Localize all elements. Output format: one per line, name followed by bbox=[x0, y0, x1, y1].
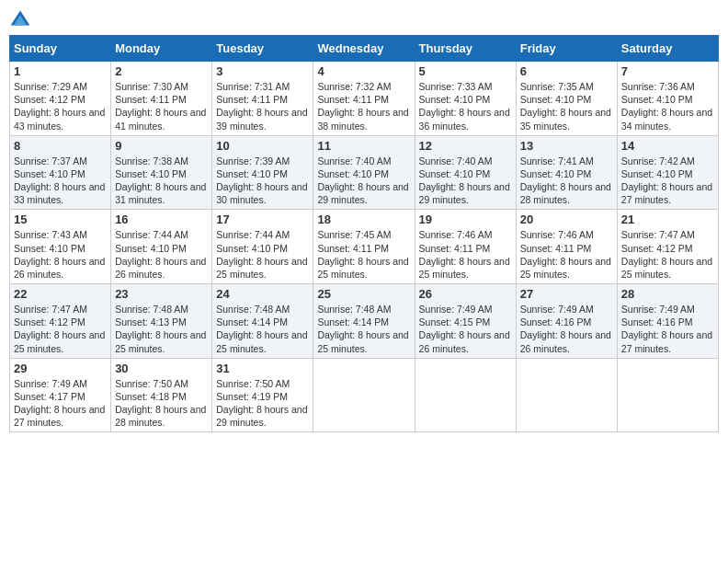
day-number: 19 bbox=[419, 213, 512, 226]
day-info: Sunrise: 7:35 AM Sunset: 4:10 PM Dayligh… bbox=[520, 80, 613, 132]
day-number: 8 bbox=[14, 139, 107, 153]
day-cell bbox=[617, 358, 718, 432]
day-info: Sunrise: 7:50 AM Sunset: 4:19 PM Dayligh… bbox=[216, 377, 309, 430]
day-cell: 18 Sunrise: 7:45 AM Sunset: 4:11 PM Dayl… bbox=[313, 210, 415, 284]
day-info: Sunrise: 7:33 AM Sunset: 4:10 PM Dayligh… bbox=[419, 80, 512, 132]
calendar-table: SundayMondayTuesdayWednesdayThursdayFrid… bbox=[9, 35, 719, 432]
day-info: Sunrise: 7:39 AM Sunset: 4:10 PM Dayligh… bbox=[216, 155, 309, 207]
day-cell bbox=[313, 358, 415, 432]
week-row-4: 22 Sunrise: 7:47 AM Sunset: 4:12 PM Dayl… bbox=[10, 284, 719, 359]
day-info: Sunrise: 7:50 AM Sunset: 4:18 PM Dayligh… bbox=[115, 377, 208, 430]
day-number: 21 bbox=[621, 213, 714, 226]
header-row: SundayMondayTuesdayWednesdayThursdayFrid… bbox=[10, 36, 719, 62]
day-number: 13 bbox=[520, 139, 613, 153]
day-info: Sunrise: 7:49 AM Sunset: 4:16 PM Dayligh… bbox=[520, 303, 613, 355]
day-number: 15 bbox=[14, 213, 107, 226]
day-info: Sunrise: 7:32 AM Sunset: 4:11 PM Dayligh… bbox=[317, 80, 410, 132]
day-cell: 7 Sunrise: 7:36 AM Sunset: 4:10 PM Dayli… bbox=[617, 62, 718, 136]
day-info: Sunrise: 7:40 AM Sunset: 4:10 PM Dayligh… bbox=[419, 155, 512, 207]
day-number: 24 bbox=[216, 287, 309, 301]
day-cell: 26 Sunrise: 7:49 AM Sunset: 4:15 PM Dayl… bbox=[415, 284, 516, 359]
header-day-thursday: Thursday bbox=[415, 36, 516, 62]
day-cell: 10 Sunrise: 7:39 AM Sunset: 4:10 PM Dayl… bbox=[212, 135, 313, 210]
day-cell: 11 Sunrise: 7:40 AM Sunset: 4:10 PM Dayl… bbox=[313, 135, 415, 210]
week-row-5: 29 Sunrise: 7:49 AM Sunset: 4:17 PM Dayl… bbox=[10, 358, 719, 432]
day-info: Sunrise: 7:49 AM Sunset: 4:17 PM Dayligh… bbox=[14, 377, 107, 430]
day-info: Sunrise: 7:48 AM Sunset: 4:14 PM Dayligh… bbox=[317, 303, 410, 355]
header-day-wednesday: Wednesday bbox=[313, 36, 415, 62]
day-cell: 30 Sunrise: 7:50 AM Sunset: 4:18 PM Dayl… bbox=[111, 358, 212, 432]
day-cell: 17 Sunrise: 7:44 AM Sunset: 4:10 PM Dayl… bbox=[212, 210, 313, 284]
day-number: 3 bbox=[216, 64, 309, 78]
day-cell bbox=[516, 358, 617, 432]
day-number: 25 bbox=[317, 287, 410, 301]
day-number: 28 bbox=[621, 287, 714, 301]
day-number: 26 bbox=[419, 287, 512, 301]
day-cell: 20 Sunrise: 7:46 AM Sunset: 4:11 PM Dayl… bbox=[516, 210, 617, 284]
day-number: 9 bbox=[115, 139, 208, 153]
day-number: 31 bbox=[216, 362, 309, 375]
week-row-1: 1 Sunrise: 7:29 AM Sunset: 4:12 PM Dayli… bbox=[10, 62, 719, 136]
day-number: 6 bbox=[520, 64, 613, 78]
day-cell bbox=[415, 358, 516, 432]
day-info: Sunrise: 7:36 AM Sunset: 4:10 PM Dayligh… bbox=[621, 80, 714, 132]
day-cell: 1 Sunrise: 7:29 AM Sunset: 4:12 PM Dayli… bbox=[10, 62, 111, 136]
day-number: 12 bbox=[419, 139, 512, 153]
day-info: Sunrise: 7:30 AM Sunset: 4:11 PM Dayligh… bbox=[115, 80, 208, 132]
header-day-sunday: Sunday bbox=[10, 36, 111, 62]
day-cell: 28 Sunrise: 7:49 AM Sunset: 4:16 PM Dayl… bbox=[617, 284, 718, 359]
day-info: Sunrise: 7:31 AM Sunset: 4:11 PM Dayligh… bbox=[216, 80, 309, 132]
day-cell: 25 Sunrise: 7:48 AM Sunset: 4:14 PM Dayl… bbox=[313, 284, 415, 359]
day-number: 11 bbox=[317, 139, 410, 153]
day-number: 5 bbox=[419, 64, 512, 78]
day-number: 16 bbox=[115, 213, 208, 226]
day-info: Sunrise: 7:44 AM Sunset: 4:10 PM Dayligh… bbox=[115, 228, 208, 281]
day-info: Sunrise: 7:45 AM Sunset: 4:11 PM Dayligh… bbox=[317, 228, 410, 281]
header-day-saturday: Saturday bbox=[617, 36, 718, 62]
week-row-3: 15 Sunrise: 7:43 AM Sunset: 4:10 PM Dayl… bbox=[10, 210, 719, 284]
day-cell: 23 Sunrise: 7:48 AM Sunset: 4:13 PM Dayl… bbox=[111, 284, 212, 359]
page-header bbox=[9, 9, 719, 31]
day-number: 29 bbox=[14, 362, 107, 375]
day-cell: 24 Sunrise: 7:48 AM Sunset: 4:14 PM Dayl… bbox=[212, 284, 313, 359]
header-day-monday: Monday bbox=[111, 36, 212, 62]
day-cell: 29 Sunrise: 7:49 AM Sunset: 4:17 PM Dayl… bbox=[10, 358, 111, 432]
day-cell: 12 Sunrise: 7:40 AM Sunset: 4:10 PM Dayl… bbox=[415, 135, 516, 210]
day-number: 22 bbox=[14, 287, 107, 301]
day-cell: 27 Sunrise: 7:49 AM Sunset: 4:16 PM Dayl… bbox=[516, 284, 617, 359]
day-number: 20 bbox=[520, 213, 613, 226]
day-info: Sunrise: 7:48 AM Sunset: 4:14 PM Dayligh… bbox=[216, 303, 309, 355]
day-number: 27 bbox=[520, 287, 613, 301]
day-info: Sunrise: 7:43 AM Sunset: 4:10 PM Dayligh… bbox=[14, 228, 107, 281]
day-info: Sunrise: 7:49 AM Sunset: 4:15 PM Dayligh… bbox=[419, 303, 512, 355]
day-cell: 19 Sunrise: 7:46 AM Sunset: 4:11 PM Dayl… bbox=[415, 210, 516, 284]
day-info: Sunrise: 7:42 AM Sunset: 4:10 PM Dayligh… bbox=[621, 155, 714, 207]
logo-icon bbox=[9, 9, 31, 31]
day-number: 18 bbox=[317, 213, 410, 226]
day-cell: 4 Sunrise: 7:32 AM Sunset: 4:11 PM Dayli… bbox=[313, 62, 415, 136]
day-number: 1 bbox=[14, 64, 107, 78]
day-info: Sunrise: 7:48 AM Sunset: 4:13 PM Dayligh… bbox=[115, 303, 208, 355]
day-cell: 13 Sunrise: 7:41 AM Sunset: 4:10 PM Dayl… bbox=[516, 135, 617, 210]
day-number: 23 bbox=[115, 287, 208, 301]
day-cell: 31 Sunrise: 7:50 AM Sunset: 4:19 PM Dayl… bbox=[212, 358, 313, 432]
day-cell: 5 Sunrise: 7:33 AM Sunset: 4:10 PM Dayli… bbox=[415, 62, 516, 136]
day-info: Sunrise: 7:49 AM Sunset: 4:16 PM Dayligh… bbox=[621, 303, 714, 355]
day-info: Sunrise: 7:47 AM Sunset: 4:12 PM Dayligh… bbox=[621, 228, 714, 281]
day-number: 7 bbox=[621, 64, 714, 78]
day-info: Sunrise: 7:37 AM Sunset: 4:10 PM Dayligh… bbox=[14, 155, 107, 207]
day-info: Sunrise: 7:47 AM Sunset: 4:12 PM Dayligh… bbox=[14, 303, 107, 355]
header-day-friday: Friday bbox=[516, 36, 617, 62]
day-info: Sunrise: 7:40 AM Sunset: 4:10 PM Dayligh… bbox=[317, 155, 410, 207]
logo bbox=[9, 9, 33, 31]
day-info: Sunrise: 7:38 AM Sunset: 4:10 PM Dayligh… bbox=[115, 155, 208, 207]
day-cell: 9 Sunrise: 7:38 AM Sunset: 4:10 PM Dayli… bbox=[111, 135, 212, 210]
day-cell: 22 Sunrise: 7:47 AM Sunset: 4:12 PM Dayl… bbox=[10, 284, 111, 359]
day-number: 14 bbox=[621, 139, 714, 153]
day-cell: 3 Sunrise: 7:31 AM Sunset: 4:11 PM Dayli… bbox=[212, 62, 313, 136]
day-cell: 21 Sunrise: 7:47 AM Sunset: 4:12 PM Dayl… bbox=[617, 210, 718, 284]
day-number: 17 bbox=[216, 213, 309, 226]
day-info: Sunrise: 7:46 AM Sunset: 4:11 PM Dayligh… bbox=[520, 228, 613, 281]
day-cell: 2 Sunrise: 7:30 AM Sunset: 4:11 PM Dayli… bbox=[111, 62, 212, 136]
day-info: Sunrise: 7:29 AM Sunset: 4:12 PM Dayligh… bbox=[14, 80, 107, 132]
